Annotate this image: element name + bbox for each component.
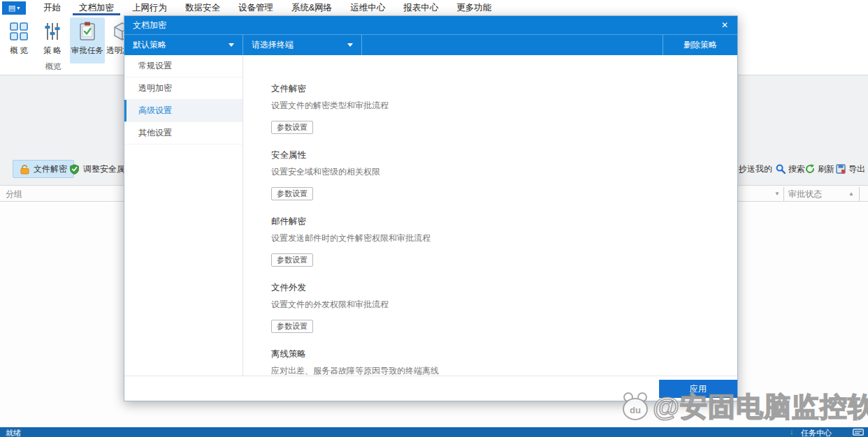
chevron-down-icon: ▾: [17, 5, 20, 11]
chevron-down-icon: [347, 43, 353, 47]
sidebar-item-general-settings[interactable]: 常规设置: [124, 55, 243, 77]
ribbon-item-approval-tasks[interactable]: 审批任务: [70, 17, 105, 64]
section-title: 文件解密: [271, 83, 737, 94]
file-decrypt-label: 文件解密: [34, 163, 67, 175]
sliders-icon: [43, 22, 62, 41]
app-menu-icon: ▤: [8, 3, 15, 13]
menu-tab-start[interactable]: 开始: [34, 0, 70, 15]
sidebar-item-other-settings[interactable]: 其他设置: [124, 122, 243, 145]
dialog-footer: 应用: [124, 376, 737, 401]
download-arrow-icon: ↓: [790, 427, 794, 436]
terminal-dropdown-value: 请选择终端: [252, 39, 294, 51]
sidebar-item-advanced-settings[interactable]: 高级设置: [124, 100, 243, 122]
section-title: 邮件解密: [271, 216, 737, 227]
statusbar: 就绪 ↓ 任务中心: [0, 427, 868, 437]
section-offline-policy: 离线策略 应对出差、服务器故障等原因导致的终端离线: [271, 348, 737, 376]
param-settings-button[interactable]: 参数设置: [271, 121, 313, 134]
policy-dropdown[interactable]: 默认策略: [124, 35, 243, 55]
section-description: 设置发送邮件时的文件解密权限和审批流程: [271, 233, 737, 244]
column-header-group[interactable]: 分组: [6, 188, 22, 200]
section-file-decrypt: 文件解密 设置文件的解密类型和审批流程 参数设置: [271, 83, 737, 134]
doc-encryption-dialog: 文档加密 ✕ 默认策略 请选择终端 删除策略 常规设置 透明加密 高级设置 其他…: [124, 15, 738, 401]
clipboard-check-icon: [78, 22, 96, 41]
delete-policy-button[interactable]: 删除策略: [663, 35, 737, 55]
menu-tab-more-features[interactable]: 更多功能: [447, 0, 500, 15]
chevron-down-icon: [229, 43, 234, 47]
section-security-attr: 安全属性 设置安全域和密级的相关权限 参数设置: [271, 149, 737, 200]
sidebar-item-transparent-encryption[interactable]: 透明加密: [124, 77, 243, 100]
menu-tab-system-network[interactable]: 系统&网络: [282, 0, 341, 15]
refresh-button[interactable]: 刷新: [805, 163, 834, 175]
section-description: 设置文件的解密类型和审批流程: [271, 101, 737, 111]
section-title: 安全属性: [271, 149, 737, 161]
ribbon-item-policy[interactable]: 策 略: [36, 17, 68, 64]
menubar: ▤ ▾ 开始 文档加密 上网行为 数据安全 设备管理 系统&网络 运维中心 报表…: [0, 0, 868, 15]
filter-caret-icon[interactable]: ▼: [774, 191, 780, 197]
section-description: 设置安全域和密级的相关权限: [271, 167, 737, 177]
menu-tab-web-behavior[interactable]: 上网行为: [123, 0, 176, 15]
select-row-spacer: [362, 35, 663, 55]
export-icon: [836, 164, 846, 174]
sort-caret-icon: ▲: [848, 191, 854, 197]
dialog-content: 文件解密 设置文件的解密类型和审批流程 参数设置 安全属性 设置安全域和密级的相…: [243, 55, 737, 376]
menu-tab-data-security[interactable]: 数据安全: [176, 0, 229, 15]
monitor-icon[interactable]: [853, 429, 864, 437]
dialog-title: 文档加密: [133, 20, 166, 31]
export-button[interactable]: 导出: [836, 163, 865, 175]
refresh-label: 刷新: [818, 163, 834, 175]
menu-tab-ops-center[interactable]: 运维中心: [341, 0, 394, 15]
ribbon-item-label: 审批任务: [71, 45, 103, 56]
grid-icon: [9, 22, 29, 41]
menu-tab-doc-encryption[interactable]: 文档加密: [70, 0, 123, 15]
cc-mine-button[interactable]: 抄送我的: [739, 163, 772, 175]
section-mail-decrypt: 邮件解密 设置发送邮件时的文件解密权限和审批流程 参数设置: [271, 216, 737, 267]
param-settings-button[interactable]: 参数设置: [271, 320, 313, 333]
search-icon: [776, 164, 786, 174]
ribbon-item-overview[interactable]: 概 览: [3, 17, 35, 64]
dialog-body: 常规设置 透明加密 高级设置 其他设置 文件解密 设置文件的解密类型和审批流程 …: [124, 55, 737, 401]
param-settings-button[interactable]: 参数设置: [271, 253, 313, 267]
policy-dropdown-value: 默认策略: [133, 39, 166, 51]
column-header-approval-status[interactable]: 审批状态: [788, 188, 822, 200]
cc-mine-label: 抄送我的: [739, 163, 772, 175]
ribbon-item-label: 概 览: [10, 45, 28, 56]
close-icon[interactable]: ✕: [718, 19, 732, 31]
section-description: 应对出差、服务器故障等原因导致的终端离线: [271, 366, 737, 376]
section-file-outgoing: 文件外发 设置文件的外发权限和审批流程 参数设置: [271, 282, 737, 333]
apply-button[interactable]: 应用: [659, 380, 737, 398]
search-label: 搜索: [788, 163, 805, 175]
param-settings-button[interactable]: 参数设置: [271, 187, 313, 200]
dialog-titlebar: 文档加密 ✕: [124, 16, 737, 34]
app-menu-button[interactable]: ▤ ▾: [2, 1, 26, 15]
menu-tab-device-management[interactable]: 设备管理: [229, 0, 282, 15]
refresh-icon: [805, 164, 815, 174]
menu-tabs: 开始 文档加密 上网行为 数据安全 设备管理 系统&网络 运维中心 报表中心 更…: [34, 0, 500, 15]
section-description: 设置文件的外发权限和审批流程: [271, 299, 737, 310]
dialog-sidebar: 常规设置 透明加密 高级设置 其他设置: [124, 55, 243, 401]
terminal-dropdown[interactable]: 请选择终端: [243, 35, 362, 55]
column-divider: [783, 187, 784, 201]
menu-tab-report-center[interactable]: 报表中心: [394, 0, 447, 15]
column-divider: [859, 187, 860, 201]
search-button[interactable]: 搜索: [776, 163, 805, 175]
shield-icon: [69, 164, 80, 175]
section-title: 离线策略: [271, 348, 737, 360]
export-label: 导出: [848, 163, 865, 175]
section-title: 文件外发: [271, 282, 737, 293]
dialog-select-row: 默认策略 请选择终端 删除策略: [124, 34, 737, 55]
ribbon-item-label: 策 略: [43, 45, 62, 56]
ribbon-group-label: 概览: [41, 61, 66, 72]
status-ready-label: 就绪: [6, 428, 21, 437]
lock-icon: [20, 164, 30, 175]
task-center-button[interactable]: 任务中心: [801, 428, 832, 437]
